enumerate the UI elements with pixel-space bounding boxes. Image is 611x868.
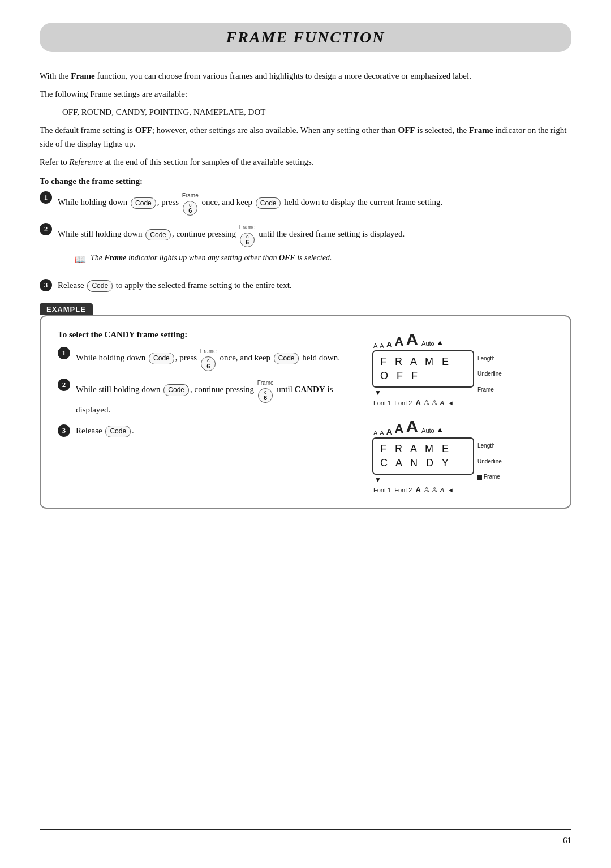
lcd-right-2: Length Underline Frame (477, 437, 502, 484)
lcd-arrow-1: ◄ (448, 399, 454, 406)
lcd-ba3-1: 𝔸 (432, 399, 437, 406)
lcd-a5-2: A (406, 417, 418, 436)
ex-code-key-1b: Code (274, 353, 299, 364)
step-num-1: 1 (40, 191, 52, 204)
lcd-ba1-1: A (415, 398, 420, 407)
step-1: 1 While holding down Code, press Frame c… (40, 191, 571, 216)
lcd-a1: A (373, 342, 377, 349)
step-3: 3 Release Code to apply the selected fra… (40, 278, 571, 293)
example-step-1: 1 While holding down Code, press Frame c… (58, 346, 355, 371)
lcd-arrow-2: ◄ (448, 487, 454, 493)
lcd-a1-2: A (373, 429, 377, 436)
note-icon: 📖 (75, 252, 86, 267)
label-length-1: Length (477, 355, 502, 362)
lcd-font1-2: Font 1 (373, 487, 391, 493)
lcd-top-row-1: A A A A A Auto ▲ (373, 330, 553, 349)
step-1-content: While holding down Code, press Frame c 6… (58, 191, 571, 216)
arrow-up-1: ▲ (437, 338, 444, 346)
ex-frame-key-1: Frame c 6 (200, 346, 217, 371)
example-step-3-content: Release Code. (76, 424, 355, 439)
intro-para2: The following Frame settings are availab… (40, 87, 571, 101)
lcd-ba2-1: 𝔸 (424, 399, 429, 406)
label-underline-1: Underline (477, 371, 502, 377)
lcd-a4-2: A (395, 422, 404, 436)
code-key-1b: Code (256, 197, 281, 209)
footer-line (40, 829, 571, 830)
lcd-screen-1: F R A M E O F F (372, 350, 474, 388)
lcd-body-2: F R A M E C A N D Y ▼ Length Underline F… (372, 437, 553, 484)
lcd-a2-2: A (380, 429, 384, 436)
page-title-wrap: FRAME FUNCTION (40, 23, 571, 52)
label-underline-2: Underline (477, 458, 502, 465)
lcd-line1-2: F R A M E (380, 442, 466, 456)
ex-frame-key-2: Frame c 6 (257, 378, 274, 403)
example-label-wrap: EXAMPLE (40, 303, 571, 315)
lcd-a3: A (386, 340, 393, 349)
lcd-display-2: A A A A A Auto ▲ F R A M E C A N D Y ▼ L… (372, 417, 553, 494)
lcd-font2-2: Font 2 (394, 487, 412, 493)
lcd-a4: A (395, 334, 404, 349)
page-number: 61 (563, 836, 571, 845)
example-left: To select the CANDY frame setting: 1 Whi… (58, 330, 355, 445)
example-step-3: 3 Release Code. (58, 424, 355, 439)
label-length-2: Length (477, 442, 502, 449)
example-step-num-3: 3 (58, 424, 70, 437)
lcd-a5: A (406, 330, 418, 349)
ex-code-key-3: Code (105, 426, 131, 437)
lcd-ba3-2: 𝔸 (432, 486, 437, 493)
lcd-bottom-1: Font 1 Font 2 A 𝔸 𝔸 A ◄ (373, 398, 553, 407)
lcd-body-1: F R A M E O F F ▼ Length Underline Frame (372, 350, 553, 397)
change-heading: To change the frame setting: (40, 177, 571, 186)
example-label: EXAMPLE (40, 303, 93, 315)
lcd-ba4-1: A (440, 399, 444, 406)
lcd-right-1: Length Underline Frame (477, 350, 502, 397)
lcd-display-1: A A A A A Auto ▲ F R A M E O F F ▼ Lengt… (372, 330, 553, 407)
lcd-line2-2: C A N D Y (380, 456, 466, 470)
frame-key-2: Frame c 6 (239, 222, 256, 247)
code-key-2: Code (145, 229, 171, 241)
lcd-ba2-2: 𝔸 (424, 486, 429, 493)
note-line: 📖 The Frame indicator lights up when any… (75, 252, 571, 267)
lcd-line2-1: O F F (380, 369, 466, 383)
lcd-a2: A (380, 342, 384, 349)
step-num-3: 3 (40, 279, 52, 291)
arrow-down-2: ▼ (375, 476, 381, 484)
code-key-1: Code (131, 197, 156, 209)
label-frame-indicator-2: Frame (477, 474, 502, 480)
intro-para4: Refer to Reference at the end of this se… (40, 155, 571, 169)
frame-dot (477, 475, 482, 480)
intro-para3: The default frame setting is OFF; howeve… (40, 123, 571, 151)
example-step-2-content: While still holding down Code, continue … (76, 378, 355, 418)
arrow-up-2: ▲ (437, 426, 444, 433)
lcd-auto-1: Auto (421, 340, 434, 347)
code-key-3: Code (87, 280, 113, 292)
note-text: The Frame indicator lights up when any s… (91, 252, 332, 264)
lcd-top-row-2: A A A A A Auto ▲ (373, 417, 553, 436)
intro-para1: With the Frame function, you can choose … (40, 69, 571, 83)
example-right: A A A A A Auto ▲ F R A M E O F F ▼ Lengt… (372, 330, 553, 495)
page-footer: 61 (563, 836, 571, 845)
example-box: To select the CANDY frame setting: 1 Whi… (40, 315, 571, 509)
frame-settings-list: OFF, ROUND, CANDY, POINTING, NAMEPLATE, … (62, 105, 571, 119)
lcd-ba1-2: A (415, 485, 420, 494)
lcd-line1-1: F R A M E (380, 355, 466, 369)
ex-code-key-2: Code (163, 384, 189, 396)
step-2: 2 While still holding down Code, continu… (40, 222, 571, 272)
lcd-ba4-2: A (440, 487, 444, 493)
arrow-down-1: ▼ (375, 389, 381, 397)
lcd-font2-1: Font 2 (394, 399, 412, 406)
label-frame-1: Frame (477, 386, 502, 393)
frame-key-1: Frame c 6 (182, 191, 199, 216)
example-heading: To select the CANDY frame setting: (58, 330, 355, 340)
example-step-num-1: 1 (58, 347, 70, 359)
lcd-bottom-2: Font 1 Font 2 A 𝔸 𝔸 A ◄ (373, 485, 553, 494)
lcd-font1-1: Font 1 (373, 399, 391, 406)
lcd-auto-2: Auto (421, 427, 434, 434)
step-3-content: Release Code to apply the selected frame… (58, 278, 571, 293)
step-num-2: 2 (40, 223, 52, 235)
lcd-screen-2: F R A M E C A N D Y (372, 437, 474, 475)
lcd-a3-2: A (386, 427, 393, 436)
example-step-2: 2 While still holding down Code, continu… (58, 378, 355, 418)
step-2-content: While still holding down Code, continue … (58, 222, 571, 272)
example-step-num-2: 2 (58, 379, 70, 391)
